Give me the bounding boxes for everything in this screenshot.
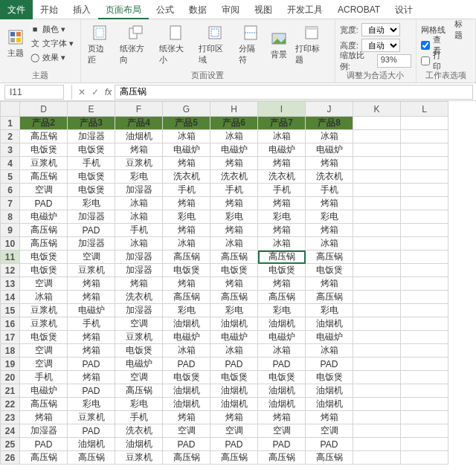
row-header-17[interactable]: 17 (1, 331, 20, 344)
cell-K22[interactable] (353, 398, 401, 411)
cell-H12[interactable]: 电饭煲 (210, 264, 258, 277)
cell-L1[interactable] (401, 117, 448, 130)
cell-K2[interactable] (353, 130, 401, 143)
cell-K25[interactable] (353, 438, 401, 451)
col-header-G[interactable]: G (163, 102, 210, 117)
background-button[interactable]: 背景 (268, 28, 290, 62)
cell-G23[interactable]: 烤箱 (163, 411, 210, 424)
tab-developer[interactable]: 开发工具 (280, 0, 330, 19)
cell-J7[interactable]: 烤箱 (306, 197, 353, 210)
cell-J26[interactable]: 高压锅 (306, 451, 353, 465)
tab-home[interactable]: 开始 (33, 0, 65, 19)
row-header-7[interactable]: 7 (1, 197, 20, 210)
cell-H23[interactable]: 烤箱 (210, 411, 258, 424)
cell-L4[interactable] (401, 157, 448, 170)
cell-G4[interactable]: 烤箱 (163, 157, 210, 170)
cell-G26[interactable]: 高压锅 (163, 451, 210, 465)
cell-F23[interactable]: 手机 (115, 411, 163, 424)
tab-data[interactable]: 数据 (181, 0, 214, 19)
cell-K9[interactable] (353, 224, 401, 237)
cell-H11[interactable]: 高压锅 (210, 250, 258, 264)
cell-G11[interactable]: 高压锅 (163, 250, 210, 264)
cell-J6[interactable]: 手机 (306, 184, 353, 197)
tab-review[interactable]: 审阅 (214, 0, 247, 19)
tab-view[interactable]: 视图 (247, 0, 280, 19)
cell-H1[interactable]: 产品6 (210, 117, 258, 130)
cell-G2[interactable]: 冰箱 (163, 130, 210, 143)
row-header-4[interactable]: 4 (1, 157, 20, 170)
cell-K10[interactable] (353, 237, 401, 250)
cell-L19[interactable] (401, 358, 448, 371)
cell-F11[interactable]: 加湿器 (115, 250, 163, 264)
cell-D14[interactable]: 冰箱 (20, 291, 68, 304)
row-header-18[interactable]: 18 (1, 344, 20, 358)
size-button[interactable]: 纸张大小 (157, 22, 193, 67)
cell-J20[interactable]: 电饭煲 (306, 371, 353, 384)
cell-E8[interactable]: 加湿器 (68, 210, 115, 224)
cell-K13[interactable] (353, 277, 401, 291)
col-header-E[interactable]: E (68, 102, 115, 117)
cell-H25[interactable]: PAD (210, 438, 258, 451)
cell-F2[interactable]: 油烟机 (115, 130, 163, 143)
cell-L10[interactable] (401, 237, 448, 250)
cell-I26[interactable]: 高压锅 (258, 451, 306, 465)
effects-button[interactable]: ◯效果▾ (30, 51, 74, 64)
cell-J4[interactable]: 烤箱 (306, 157, 353, 170)
row-header-3[interactable]: 3 (1, 143, 20, 157)
col-header-D[interactable]: D (20, 102, 68, 117)
cell-I1[interactable]: 产品7 (258, 117, 306, 130)
cell-D1[interactable]: 产品2 (20, 117, 68, 130)
cell-D7[interactable]: PAD (20, 197, 68, 210)
breaks-button[interactable]: 分隔符 (237, 22, 266, 67)
cell-L22[interactable] (401, 398, 448, 411)
cell-K23[interactable] (353, 411, 401, 424)
col-header-I[interactable]: I (258, 102, 306, 117)
cell-L11[interactable] (401, 250, 448, 264)
cell-H7[interactable]: 烤箱 (210, 197, 258, 210)
themes-button[interactable]: 主题 (4, 27, 27, 60)
cell-J18[interactable]: 冰箱 (306, 344, 353, 358)
cell-F13[interactable]: 烤箱 (115, 277, 163, 291)
printarea-button[interactable]: 打印区域 (196, 22, 233, 67)
cell-H18[interactable]: 冰箱 (210, 344, 258, 358)
cell-D3[interactable]: 电饭煲 (20, 143, 68, 157)
cell-J11[interactable]: 高压锅 (306, 250, 353, 264)
cell-G7[interactable]: 烤箱 (163, 197, 210, 210)
cell-G12[interactable]: 电饭煲 (163, 264, 210, 277)
cell-K24[interactable] (353, 424, 401, 438)
cell-I10[interactable]: 冰箱 (258, 237, 306, 250)
cell-L25[interactable] (401, 438, 448, 451)
sheet-grid[interactable]: DEFGHIJKL1产品2产品3产品4产品5产品6产品7产品82高压锅加湿器油烟… (0, 101, 476, 471)
cell-I7[interactable]: 烤箱 (258, 197, 306, 210)
cell-G22[interactable]: 油烟机 (163, 398, 210, 411)
cell-L8[interactable] (401, 210, 448, 224)
row-header-16[interactable]: 16 (1, 317, 20, 331)
cell-I18[interactable]: 冰箱 (258, 344, 306, 358)
cell-E19[interactable]: PAD (68, 358, 115, 371)
cell-E18[interactable]: 烤箱 (68, 344, 115, 358)
col-header-J[interactable]: J (306, 102, 353, 117)
cell-J8[interactable]: 彩电 (306, 210, 353, 224)
cell-J17[interactable]: 电磁炉 (306, 331, 353, 344)
cancel-button[interactable]: ✕ (75, 87, 89, 97)
row-header-25[interactable]: 25 (1, 438, 20, 451)
cell-G8[interactable]: 彩电 (163, 210, 210, 224)
cell-D9[interactable]: 高压锅 (20, 224, 68, 237)
cell-J9[interactable]: 烤箱 (306, 224, 353, 237)
cell-K14[interactable] (353, 291, 401, 304)
col-header-K[interactable]: K (353, 102, 401, 117)
cell-L5[interactable] (401, 170, 448, 184)
cell-G3[interactable]: 电磁炉 (163, 143, 210, 157)
cell-D12[interactable]: 电饭煲 (20, 264, 68, 277)
cell-K15[interactable] (353, 304, 401, 317)
cell-I2[interactable]: 冰箱 (258, 130, 306, 143)
cell-J2[interactable]: 冰箱 (306, 130, 353, 143)
cell-F15[interactable]: 加湿器 (115, 304, 163, 317)
cell-L26[interactable] (401, 451, 448, 465)
cell-F20[interactable]: 空调 (115, 371, 163, 384)
cell-F26[interactable]: 豆浆机 (115, 451, 163, 465)
cell-E21[interactable]: PAD (68, 384, 115, 398)
cell-D25[interactable]: PAD (20, 438, 68, 451)
cell-H16[interactable]: 油烟机 (210, 317, 258, 331)
cell-I17[interactable]: 电磁炉 (258, 331, 306, 344)
